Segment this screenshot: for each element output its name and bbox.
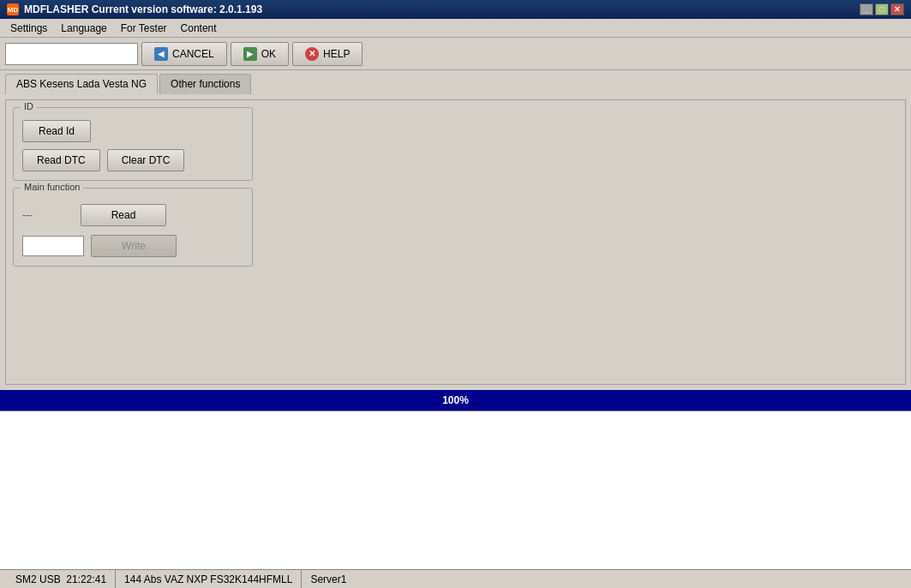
id-group-label: ID	[21, 101, 37, 111]
dash-text: ---	[22, 209, 74, 221]
write-input[interactable]	[22, 236, 84, 256]
window-controls: _ □ ✕	[860, 3, 904, 15]
server-label: Server1	[310, 573, 346, 585]
write-row: Write	[22, 235, 243, 257]
read-button[interactable]: Read	[81, 204, 166, 226]
id-group: ID Read Id Read DTC Clear DTC	[13, 107, 253, 181]
ok-button[interactable]: ▶ OK	[231, 42, 289, 66]
menu-language[interactable]: Language	[54, 21, 113, 36]
tab-abs-kesens[interactable]: ABS Kesens Lada Vesta NG	[5, 74, 158, 94]
title-bar: MD MDFLASHER Current version software: 2…	[0, 0, 911, 19]
title-text: MDFLASHER Current version software: 2.0.…	[24, 3, 262, 15]
write-button[interactable]: Write	[91, 235, 177, 257]
tab-other-functions[interactable]: Other functions	[159, 74, 251, 94]
main-function-group: Main function --- Read Write	[13, 188, 253, 267]
progress-area: 100%	[0, 390, 911, 411]
app-container: MD MDFLASHER Current version software: 2…	[0, 0, 911, 588]
log-area[interactable]	[0, 411, 911, 418]
menu-settings[interactable]: Settings	[3, 21, 54, 36]
ok-label: OK	[261, 48, 276, 60]
main-function-group-label: Main function	[21, 182, 83, 192]
clear-dtc-button[interactable]: Clear DTC	[107, 149, 185, 171]
cancel-label: CANCEL	[172, 48, 214, 60]
id-row2: Read DTC Clear DTC	[22, 149, 243, 171]
read-dtc-button[interactable]: Read DTC	[22, 149, 100, 171]
help-icon: ✕	[305, 47, 319, 61]
title-bar-left: MD MDFLASHER Current version software: 2…	[7, 3, 262, 15]
tabs-area: ABS Kesens Lada Vesta NG Other functions	[0, 70, 911, 94]
minimize-button[interactable]: _	[860, 3, 873, 15]
status-connection: SM2 USB 21:22:41	[7, 570, 116, 588]
help-label: HELP	[323, 48, 350, 60]
maximize-button[interactable]: □	[875, 3, 889, 15]
menu-bar: Settings Language For Tester Content	[0, 19, 911, 38]
toolbar: ◀ CANCEL ▶ OK ✕ HELP	[0, 38, 911, 70]
status-device: 144 Abs VAZ NXP FS32K144HFMLL	[116, 570, 302, 588]
toolbar-input[interactable]	[5, 43, 138, 65]
content-panel: ID Read Id Read DTC Clear DTC Main funct…	[5, 99, 906, 385]
connection-label: SM2 USB	[15, 573, 61, 585]
menu-content[interactable]: Content	[174, 21, 224, 36]
main-content: ID Read Id Read DTC Clear DTC Main funct…	[0, 94, 911, 390]
progress-text: 100%	[442, 394, 469, 406]
close-button[interactable]: ✕	[890, 3, 904, 15]
help-button[interactable]: ✕ HELP	[292, 42, 363, 66]
app-icon-text: MD	[8, 6, 18, 14]
status-server: Server1	[302, 570, 355, 588]
main-func-content: --- Read Write	[22, 195, 243, 257]
cancel-icon: ◀	[154, 47, 168, 61]
ok-icon: ▶	[243, 47, 257, 61]
status-time: 21:22:41	[66, 573, 106, 585]
id-group-content: Read Id Read DTC Clear DTC	[22, 115, 243, 171]
id-row1: Read Id	[22, 120, 243, 142]
menu-for-tester[interactable]: For Tester	[114, 21, 174, 36]
status-bar: SM2 USB 21:22:41 144 Abs VAZ NXP FS32K14…	[0, 569, 911, 588]
read-id-button[interactable]: Read Id	[22, 120, 91, 142]
log-container	[0, 411, 911, 569]
read-row: --- Read	[22, 204, 243, 226]
cancel-button[interactable]: ◀ CANCEL	[141, 42, 227, 66]
app-icon: MD	[7, 3, 19, 15]
device-label: 144 Abs VAZ NXP FS32K144HFMLL	[124, 573, 292, 585]
